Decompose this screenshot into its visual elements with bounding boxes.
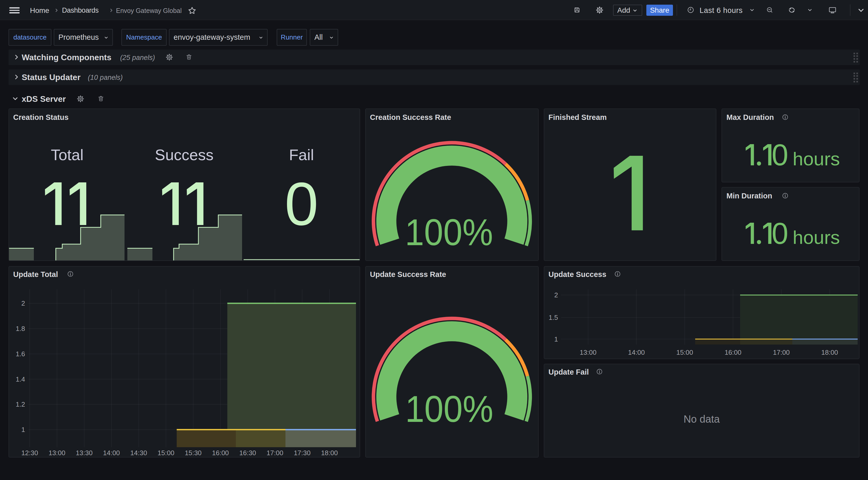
svg-text:14:00: 14:00 <box>628 349 645 356</box>
svg-text:18:00: 18:00 <box>321 449 338 457</box>
svg-text:100%: 100% <box>405 388 493 430</box>
svg-text:16:00: 16:00 <box>724 349 741 356</box>
svg-text:hours: hours <box>793 227 840 248</box>
svg-text:13:00: 13:00 <box>580 349 596 356</box>
svg-text:2: 2 <box>554 291 558 299</box>
svg-text:14:30: 14:30 <box>130 449 147 457</box>
svg-text:0: 0 <box>772 217 788 250</box>
svg-text:18:00: 18:00 <box>821 349 838 356</box>
svg-text:0: 0 <box>772 138 788 172</box>
svg-text:1.8: 1.8 <box>16 325 25 332</box>
svg-text:15:30: 15:30 <box>185 449 202 457</box>
svg-text:13:00: 13:00 <box>49 449 65 457</box>
svg-text:2: 2 <box>22 299 25 307</box>
svg-text:1.2: 1.2 <box>16 400 25 408</box>
svg-text:15:00: 15:00 <box>676 349 693 356</box>
svg-text:12:30: 12:30 <box>21 449 38 457</box>
svg-text:100%: 100% <box>405 211 493 253</box>
svg-text:1.5: 1.5 <box>549 313 558 321</box>
svg-text:17:00: 17:00 <box>773 349 790 356</box>
svg-text:13:30: 13:30 <box>76 449 92 457</box>
svg-text:15:00: 15:00 <box>158 449 175 457</box>
svg-text:16:00: 16:00 <box>212 449 229 457</box>
svg-text:17:00: 17:00 <box>267 449 283 457</box>
svg-text:hours: hours <box>793 148 840 169</box>
svg-text:16:30: 16:30 <box>239 449 256 457</box>
svg-text:17:30: 17:30 <box>294 449 311 457</box>
svg-text:1.4: 1.4 <box>16 376 25 383</box>
svg-text:14:00: 14:00 <box>103 449 120 457</box>
svg-text:1: 1 <box>554 335 558 343</box>
svg-text:1: 1 <box>22 426 25 433</box>
svg-text:1.6: 1.6 <box>16 350 25 358</box>
